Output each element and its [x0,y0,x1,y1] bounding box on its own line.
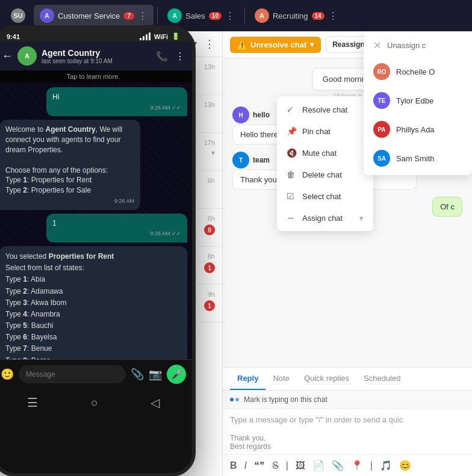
agent-avatar: A [17,46,37,66]
recruiting-more-icon[interactable]: ⋮ [328,10,338,22]
pin-icon: 📌 [287,126,296,136]
sender-avatar: T [232,152,249,168]
agent-status: last seen today at 9:10 AM [42,58,151,64]
phone-chat-body[interactable]: Hi 9:26 AM ✓✓ Welcome to Agent Country, … [0,82,192,359]
ctx-pin-chat[interactable]: 📌 Pin chat [277,120,373,142]
reassign-dropdown: ✕ Unassign c RO Rochelle O TE Tylor Edbe… [364,31,472,175]
ctx-assign-label: Assign chat [302,214,343,223]
camera-icon[interactable]: 📷 [149,368,162,381]
ctx-assign-chat[interactable]: ↔ Assign chat ▾ [277,207,373,229]
nav-tab-recruiting[interactable]: A Recruiting 14 ⋮ [249,5,344,26]
sales-label: Sales [185,11,205,20]
bold-icon[interactable]: B [230,460,237,471]
message-input-area[interactable]: Type a message or type "/" in order to s… [223,409,472,430]
expand-icon[interactable]: ▾ [211,149,215,157]
ctx-mute-chat[interactable]: 🔇 Mute chat [277,142,373,164]
sales-more-icon[interactable]: ⋮ [225,10,235,22]
file-icon[interactable]: 📄 [312,460,324,471]
reply-tabs: Reply Note Quick replies Scheduled [223,368,472,391]
nav-tab-sales[interactable]: A Sales 10 ⋮ [161,5,241,26]
tab-scheduled[interactable]: Scheduled [356,368,408,390]
ctx-resolve-label: Resolve chat [302,105,347,114]
reassign-agent-pa[interactable]: PA Phillys Ada [364,115,472,144]
reassign-agent-ro[interactable]: RO Rochelle O [364,57,472,86]
phone-indicators: WiFi 🔋 [140,32,180,40]
sales-badge: 10 [209,12,222,20]
phone-frame: 9:41 WiFi 🔋 ← A [0,25,196,476]
ctx-select-label: Select chat [302,192,341,201]
tab-quick-replies[interactable]: Quick replies [297,368,356,390]
phone-message-input[interactable] [19,365,126,383]
right-bottom: Reply Note Quick replies Scheduled Ma [223,367,472,476]
divider-1 [157,7,158,24]
ctx-resolve-chat[interactable]: ✓ Resolve chat [277,99,373,120]
nav-tab-cs[interactable]: A Customer Service 7 ⋮ [34,5,154,26]
unassign-item[interactable]: ✕ Unassign c [364,34,472,57]
cs-more-icon[interactable]: ⋮ [138,10,148,22]
cs-badge: 7 [123,12,134,20]
agent-avatar-sa: SA [373,150,390,167]
attachment-icon[interactable]: 📎 [131,368,144,381]
phone-time: 9:41 [7,33,20,40]
recruiting-icon: A [255,8,269,23]
reassign-agent-sa[interactable]: SA Sam Smith [364,144,472,173]
resolve-check-icon: ✓ [287,105,296,114]
chat-time: 8h [208,253,215,260]
typing-indicator: Mark is typing on this chat [223,391,472,409]
mic-button[interactable]: 🎤 [167,365,186,384]
call-icon[interactable]: 📞 [156,51,168,62]
back-button[interactable]: ← [2,50,13,63]
separator-icon: | [286,460,288,471]
left-panel: 🔍 👥 Groups More ▾ ⋮ SA RO [0,31,223,476]
chat-time: 6h [208,177,215,184]
message-time: 9:26 AM ✓✓ [52,230,181,238]
italic-icon[interactable]: I [244,460,247,471]
menu-icon[interactable]: ☰ [27,395,38,410]
salutation-text: Thank you,Best regards [230,434,271,451]
emoji-icon[interactable]: 😊 [399,460,411,471]
ctx-select-chat[interactable]: ☑ Select chat [277,185,373,207]
ctx-mute-label: Mute chat [302,149,337,158]
recruiting-badge: 14 [312,12,324,20]
outgoing-bubble: Of c [432,197,462,217]
message-text: Welcome to Agent Country, We will connec… [5,125,134,196]
image-icon[interactable]: 🖼 [296,460,305,471]
sales-icon: A [167,8,182,23]
unresolve-button[interactable]: ⚠️ Unresolve chat ▾ [230,37,321,53]
home-icon[interactable]: ○ [90,396,98,410]
agent-avatar-pa: PA [373,121,390,138]
nav-tab-su[interactable]: SU [5,5,31,26]
tab-reply[interactable]: Reply [230,368,266,390]
input-placeholder: Type a message or type "/" in order to s… [230,415,403,424]
typing-text: Mark is typing on this chat [244,395,328,404]
bottom-toolbar: B I ❝❞ S | 🖼 📄 📎 📍 | 🎵 😊 [223,454,472,476]
wifi-icon: WiFi [154,33,168,40]
typing-dot-2 [235,398,239,401]
ctx-pin-label: Pin chat [302,127,331,136]
unresolve-label: Unresolve chat [250,40,306,49]
message-bubble-in: Welcome to Agent Country, We will connec… [0,120,140,209]
tab-note[interactable]: Note [266,368,296,390]
audio-icon[interactable]: 🎵 [380,460,392,471]
chat-meta: 6h [208,177,215,184]
strikethrough-icon[interactable]: S [272,460,279,471]
sender-name: team [253,156,270,164]
phone-input-bar: 🙂 📎 📷 🎤 [0,359,192,389]
typing-dot-1 [230,398,234,401]
location-icon[interactable]: 📍 [351,460,363,471]
agent-avatar-ro: RO [373,63,390,80]
unassign-icon: ✕ [373,40,381,51]
mute-icon: 🔇 [287,148,296,158]
more-options-icon[interactable]: ⋮ [175,51,185,62]
cs-label: Customer Service [58,11,120,20]
emoji-icon[interactable]: 🙂 [1,368,14,381]
salutation-area: Thank you,Best regards [223,430,472,454]
sender-name: hello [253,111,270,119]
agent-name-ro: Rochelle O [396,67,435,76]
phone-chat-header: ← A Agent Country last seen today at 9:1… [0,42,192,70]
reassign-agent-te[interactable]: TE Tylor Edbe [364,86,472,115]
ctx-delete-chat[interactable]: 🗑 Delete chat [277,164,373,185]
quote-icon[interactable]: ❝❞ [254,460,265,471]
back-nav-icon[interactable]: ◁ [151,395,160,410]
attachment-icon[interactable]: 📎 [332,460,344,471]
